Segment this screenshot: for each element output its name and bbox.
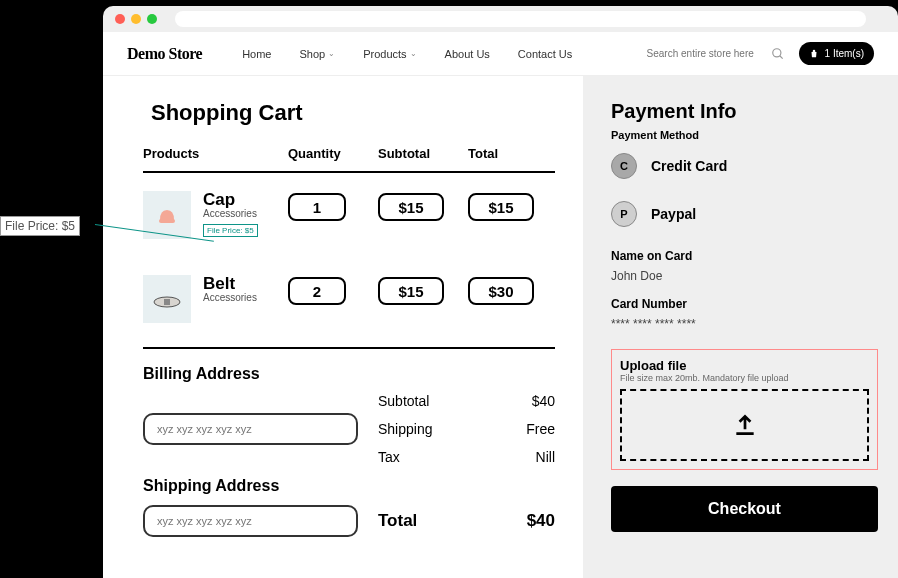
subtotal-value: $15 xyxy=(378,193,444,221)
radio-icon: P xyxy=(611,201,637,227)
file-drop-area[interactable] xyxy=(620,389,869,461)
window-titlebar xyxy=(103,6,898,32)
billing-title: Billing Address xyxy=(143,365,555,383)
item-category: Accessories xyxy=(203,292,288,303)
card-number-label: Card Number xyxy=(611,297,878,311)
cart-badge[interactable]: 1 Item(s) xyxy=(799,42,874,65)
nav-bar: Demo Store Home Shop⌄ Products⌄ About Us… xyxy=(103,32,898,76)
chevron-down-icon: ⌄ xyxy=(410,49,417,58)
shipping-amount: Free xyxy=(526,421,555,437)
nav-shop[interactable]: Shop⌄ xyxy=(299,48,335,60)
total-value: $30 xyxy=(468,277,534,305)
item-category: Accessories xyxy=(203,208,288,219)
belt-icon xyxy=(150,284,184,314)
svg-line-1 xyxy=(779,55,782,58)
cart-row: Belt Accessories 2 $15 $30 xyxy=(143,257,555,341)
product-image xyxy=(143,275,191,323)
payment-title: Payment Info xyxy=(611,100,878,123)
quantity-input[interactable]: 2 xyxy=(288,277,346,305)
divider xyxy=(143,347,555,349)
svg-rect-2 xyxy=(159,219,175,223)
upload-icon xyxy=(732,412,758,438)
total-label: Total xyxy=(378,511,417,531)
subtotal-amount: $40 xyxy=(532,393,555,409)
payment-option-credit-card[interactable]: C Credit Card xyxy=(611,153,878,179)
cap-icon xyxy=(152,200,182,230)
minimize-icon[interactable] xyxy=(131,14,141,24)
svg-rect-4 xyxy=(164,299,170,305)
upload-subtitle: File size max 20mb. Mandatory file uploa… xyxy=(620,373,869,383)
upload-zone: Upload file File size max 20mb. Mandator… xyxy=(611,349,878,470)
subtotal-value: $15 xyxy=(378,277,444,305)
store-logo[interactable]: Demo Store xyxy=(127,45,202,63)
subtotal-label: Subtotal xyxy=(378,393,429,409)
total-amount: $40 xyxy=(527,511,555,531)
nav-contact[interactable]: Contact Us xyxy=(518,48,572,60)
nav-products[interactable]: Products⌄ xyxy=(363,48,416,60)
quantity-input[interactable]: 1 xyxy=(288,193,346,221)
nav-about[interactable]: About Us xyxy=(445,48,490,60)
file-price-badge: File Price: $5 xyxy=(203,224,258,237)
radio-icon: C xyxy=(611,153,637,179)
item-name: Cap xyxy=(203,191,288,208)
cart-headers: Products Quantity Subtotal Total xyxy=(143,146,555,173)
checkout-button[interactable]: Checkout xyxy=(611,486,878,532)
search-input[interactable] xyxy=(647,48,757,59)
cart-row: Cap Accessories File Price: $5 1 $15 $15 xyxy=(143,173,555,257)
shipping-input[interactable] xyxy=(143,505,358,537)
url-bar[interactable] xyxy=(175,11,866,27)
search-icon[interactable] xyxy=(771,47,785,61)
nav-home[interactable]: Home xyxy=(242,48,271,60)
upload-title: Upload file xyxy=(620,358,869,373)
billing-input[interactable] xyxy=(143,413,358,445)
maximize-icon[interactable] xyxy=(147,14,157,24)
name-on-card-value[interactable]: John Doe xyxy=(611,269,878,283)
chevron-down-icon: ⌄ xyxy=(328,49,335,58)
card-number-value[interactable]: **** **** **** **** xyxy=(611,317,878,331)
cart-title: Shopping Cart xyxy=(151,100,555,126)
name-on-card-label: Name on Card xyxy=(611,249,878,263)
total-value: $15 xyxy=(468,193,534,221)
tax-amount: Nill xyxy=(536,449,555,465)
payment-option-paypal[interactable]: P Paypal xyxy=(611,201,878,227)
browser-window: Demo Store Home Shop⌄ Products⌄ About Us… xyxy=(103,6,898,578)
tax-label: Tax xyxy=(378,449,400,465)
svg-point-0 xyxy=(772,48,780,56)
close-icon[interactable] xyxy=(115,14,125,24)
cart-panel: Shopping Cart Products Quantity Subtotal… xyxy=(103,76,583,578)
shipping-label: Shipping xyxy=(378,421,433,437)
bag-icon xyxy=(809,49,819,59)
payment-method-label: Payment Method xyxy=(611,129,878,141)
payment-panel: Payment Info Payment Method C Credit Car… xyxy=(583,76,898,578)
item-name: Belt xyxy=(203,275,288,292)
file-price-callout: File Price: $5 xyxy=(0,216,80,236)
shipping-title: Shipping Address xyxy=(143,477,555,495)
